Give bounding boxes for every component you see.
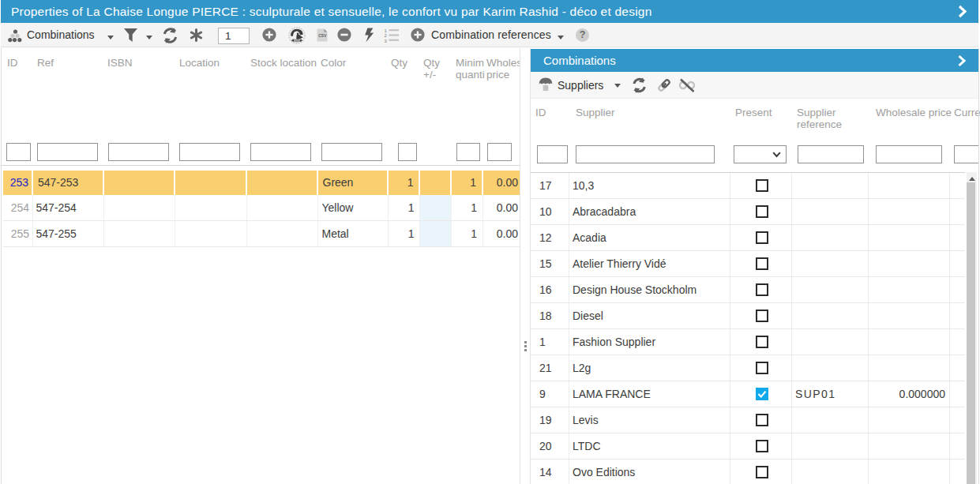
svg-text:2: 2 [385, 33, 388, 38]
svg-text:3: 3 [385, 39, 388, 43]
svg-text:CSV: CSV [318, 33, 327, 38]
svg-text:1: 1 [385, 28, 388, 33]
